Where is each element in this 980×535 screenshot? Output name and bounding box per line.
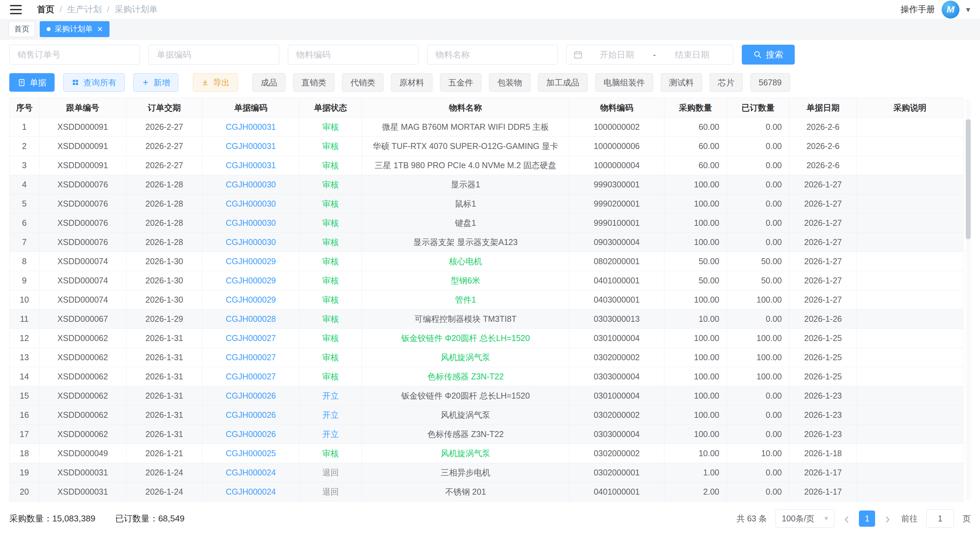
table-row[interactable]: 18XSDD0000492026-1-21CGJH000025审核风机旋涡气泵0… (10, 444, 964, 463)
doc-link[interactable]: CGJH000030 (226, 237, 275, 247)
breadcrumb-item[interactable]: 首页 (37, 4, 54, 15)
table-row[interactable]: 20XSDD0000312026-1-24CGJH000024退回不锈钢 201… (10, 482, 964, 501)
doc-link[interactable]: CGJH000030 (226, 199, 275, 208)
search-button[interactable]: 搜索 (742, 45, 795, 65)
doc-link[interactable]: CGJH000029 (226, 276, 275, 285)
table-row[interactable]: 16XSDD0000622026-1-31CGJH000026开立风机旋涡气泵0… (10, 406, 964, 425)
row-index-cell: 7 (10, 233, 39, 252)
table-row[interactable]: 3XSDD0000912026-2-27CGJH000031审核三星 1TB 9… (10, 156, 964, 175)
doc-link[interactable]: CGJH000029 (226, 295, 275, 304)
page-number-button[interactable]: 1 (859, 511, 875, 527)
doc-link[interactable]: CGJH000030 (226, 180, 275, 189)
table-row[interactable]: 19XSDD0000312026-1-24CGJH000024退回三相异步电机0… (10, 463, 964, 482)
scrollbar-track[interactable] (966, 99, 971, 500)
ordered-qty-cell: 100.00 (727, 367, 789, 386)
doc-date-cell: 2026-1-27 (789, 194, 857, 214)
doc-link[interactable]: CGJH000026 (226, 410, 275, 420)
table-row[interactable]: 5XSDD0000762026-1-28CGJH000030审核鼠标199902… (10, 194, 964, 214)
doc-link[interactable]: CGJH000027 (226, 334, 275, 343)
table-row[interactable]: 9XSDD0000742026-1-30CGJH000029审核型钢6米0401… (10, 271, 964, 290)
table-row[interactable]: 12XSDD0000622026-1-31CGJH000027审核钣金铰链件 Φ… (10, 329, 964, 348)
order-no-cell: XSDD000049 (39, 444, 126, 463)
doc-link[interactable]: CGJH000031 (226, 161, 275, 170)
category-button[interactable]: 测试料 (661, 73, 702, 92)
page-size-select[interactable]: 100条/页 ▾ (776, 509, 834, 528)
breadcrumb-item[interactable]: 采购计划单 (115, 4, 158, 15)
material-code-cell: 0303000004 (570, 425, 664, 444)
tab-home[interactable]: 首页 (9, 21, 35, 37)
material-code-cell: 0303000004 (570, 367, 664, 386)
purchase-note-cell (857, 271, 964, 290)
ordered-qty-cell: 0.00 (727, 214, 789, 233)
status-text: 审核 (322, 276, 339, 285)
table-row[interactable]: 14XSDD0000622026-1-31CGJH000027审核色标传感器 Z… (10, 367, 964, 386)
category-button[interactable]: 成品 (253, 73, 286, 92)
menu-collapse-icon[interactable] (10, 5, 22, 14)
add-button[interactable]: 新增 (133, 73, 178, 92)
avatar[interactable]: M (942, 1, 959, 19)
doc-link[interactable]: CGJH000024 (226, 487, 275, 496)
category-button[interactable]: 电脑组装件 (595, 73, 653, 92)
table-row[interactable]: 15XSDD0000622026-1-31CGJH000026开立钣金铰链件 Φ… (10, 386, 964, 406)
status-text: 审核 (322, 295, 339, 304)
category-button[interactable]: 芯片 (710, 73, 743, 92)
chevron-down-icon[interactable]: ▾ (966, 5, 970, 14)
goto-page-input[interactable] (926, 509, 954, 528)
doc-link[interactable]: CGJH000029 (226, 257, 275, 266)
material-code-input[interactable] (288, 45, 418, 65)
sales-order-input[interactable] (9, 45, 140, 65)
due-date-cell: 2026-1-30 (126, 252, 202, 271)
export-button[interactable]: 导出 (193, 73, 238, 92)
tab-close-icon[interactable]: × (97, 24, 103, 34)
table-row[interactable]: 13XSDD0000622026-1-31CGJH000027审核风机旋涡气泵0… (10, 348, 964, 367)
next-page-button[interactable]: › (884, 511, 891, 526)
doc-link[interactable]: CGJH000030 (226, 218, 275, 227)
category-button[interactable]: 56789 (750, 73, 790, 92)
date-range-picker[interactable]: 开始日期 - 结束日期 (566, 45, 733, 65)
table-row[interactable]: 10XSDD0000742026-1-30CGJH000029审核管件10403… (10, 290, 964, 310)
purchase-note-cell (857, 406, 964, 425)
table-row[interactable]: 6XSDD0000762026-1-28CGJH000030审核键盘199901… (10, 214, 964, 233)
table-header-row: 序号跟单编号订单交期单据编码单据状态物料名称物料编码采购数量已订数量单据日期采购… (10, 98, 964, 118)
doc-link[interactable]: CGJH000025 (226, 449, 275, 458)
scrollbar-thumb[interactable] (966, 119, 971, 240)
category-button[interactable]: 加工成品 (538, 73, 588, 92)
doc-link[interactable]: CGJH000031 (226, 122, 275, 131)
tab-purchase-plan[interactable]: 采购计划单× (40, 21, 110, 37)
doc-link[interactable]: CGJH000027 (226, 372, 275, 381)
doc-button[interactable]: 单据 (9, 73, 54, 92)
doc-link[interactable]: CGJH000024 (226, 468, 275, 477)
row-index-cell: 4 (10, 175, 39, 194)
prev-page-button[interactable]: ‹ (843, 511, 851, 526)
purchase-note-cell (857, 233, 964, 252)
doc-link[interactable]: CGJH000026 (226, 391, 275, 400)
table-row[interactable]: 4XSDD0000762026-1-28CGJH000030审核显示器19990… (10, 175, 964, 194)
category-button[interactable]: 原材料 (391, 73, 433, 92)
purchase-note-cell (857, 482, 964, 501)
breadcrumb-item[interactable]: 生产计划 (67, 4, 102, 15)
table-row[interactable]: 17XSDD0000622026-1-31CGJH000026开立色标传感器 Z… (10, 425, 964, 444)
query-all-button[interactable]: 查询所有 (63, 73, 125, 92)
column-header: 已订数量 (727, 98, 789, 118)
table-row[interactable]: 8XSDD0000742026-1-30CGJH000029审核核心电机0802… (10, 252, 964, 271)
doc-link[interactable]: CGJH000031 (226, 141, 275, 151)
category-button[interactable]: 代销类 (342, 73, 383, 92)
doc-link[interactable]: CGJH000028 (226, 314, 275, 323)
table-row[interactable]: 2XSDD0000912026-2-27CGJH000031审核华硕 TUF-R… (10, 137, 964, 156)
doc-code-input[interactable] (148, 45, 279, 65)
doc-link[interactable]: CGJH000026 (226, 430, 275, 439)
material-name-input[interactable] (427, 45, 558, 65)
doc-link[interactable]: CGJH000027 (226, 353, 275, 362)
table-row[interactable]: 1XSDD0000912026-2-27CGJH000031审核微星 MAG B… (10, 118, 964, 137)
category-button[interactable]: 五金件 (440, 73, 481, 92)
category-button[interactable]: 包装物 (489, 73, 530, 92)
purchase-note-cell (857, 310, 964, 329)
manual-link[interactable]: 操作手册 (900, 4, 935, 15)
category-button[interactable]: 直销类 (293, 73, 334, 92)
breadcrumb-separator: / (60, 4, 62, 14)
table-row[interactable]: 7XSDD0000762026-1-28CGJH000030审核显示器支架 显示… (10, 233, 964, 252)
search-button-label: 搜索 (766, 49, 783, 61)
purchase-qty-cell: 100.00 (664, 386, 727, 406)
table-row[interactable]: 11XSDD0000672026-1-29CGJH000028审核可编程控制器模… (10, 310, 964, 329)
ordered-total-label: 已订数量： (115, 513, 158, 524)
